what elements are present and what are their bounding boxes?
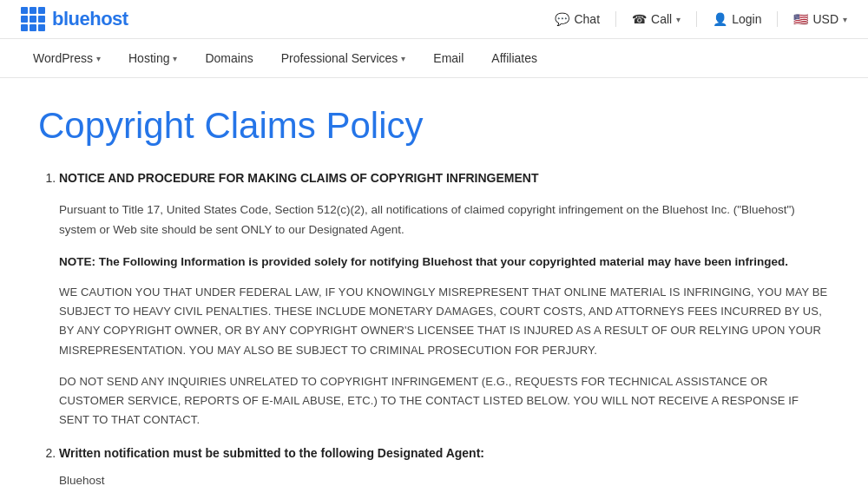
nav-label-professional-services: Professional Services xyxy=(281,51,398,65)
main-content: Copyright Claims Policy NOTICE AND PROCE… xyxy=(17,78,851,486)
chat-label: Chat xyxy=(574,12,600,26)
section-2-heading: Written notification must be submitted t… xyxy=(59,443,830,463)
nav-item-domains[interactable]: Domains xyxy=(193,39,265,77)
hosting-chevron-icon: ▾ xyxy=(173,54,177,63)
nav-item-email[interactable]: Email xyxy=(421,39,476,77)
divider2 xyxy=(696,11,697,27)
section-1-warning: WE CAUTION YOU THAT UNDER FEDERAL LAW, I… xyxy=(59,283,830,359)
top-actions: 💬 Chat ☎ Call ▾ 👤 Login 🇺🇸 USD ▾ xyxy=(555,11,847,27)
call-label: Call xyxy=(651,12,672,26)
call-chevron-icon: ▾ xyxy=(676,15,681,24)
section-2: Written notification must be submitted t… xyxy=(59,443,830,486)
professional-services-chevron-icon: ▾ xyxy=(401,54,405,63)
section-1-body1: Pursuant to Title 17, United States Code… xyxy=(59,200,830,240)
section-2-subtext: Bluehost xyxy=(59,471,830,486)
nav-item-wordpress[interactable]: WordPress ▾ xyxy=(21,39,113,77)
nav-item-affiliates[interactable]: Affiliates xyxy=(479,39,549,77)
logo-area: bluehost xyxy=(21,7,128,31)
nav-item-hosting[interactable]: Hosting ▾ xyxy=(116,39,189,77)
login-label: Login xyxy=(732,12,761,26)
nav-label-affiliates: Affiliates xyxy=(491,51,537,65)
user-icon: 👤 xyxy=(713,12,727,26)
divider xyxy=(615,11,616,27)
main-nav: WordPress ▾ Hosting ▾ Domains Profession… xyxy=(0,39,868,78)
call-icon: ☎ xyxy=(632,12,647,26)
logo-text: bluehost xyxy=(52,8,128,30)
flag-icon: 🇺🇸 xyxy=(793,12,808,26)
section-1-note: NOTE: The Following Information is provi… xyxy=(59,253,830,272)
nav-label-domains: Domains xyxy=(205,51,253,65)
call-button[interactable]: ☎ Call ▾ xyxy=(632,12,681,26)
wordpress-chevron-icon: ▾ xyxy=(96,54,101,63)
logo-grid-icon xyxy=(21,7,45,31)
section-1-heading: NOTICE AND PROCEDURE FOR MAKING CLAIMS O… xyxy=(59,168,830,187)
page-title: Copyright Claims Policy xyxy=(38,104,830,148)
nav-label-wordpress: WordPress xyxy=(33,51,93,65)
currency-label: USD xyxy=(812,12,838,26)
top-bar: bluehost 💬 Chat ☎ Call ▾ 👤 Login 🇺🇸 USD … xyxy=(0,0,868,39)
nav-label-email: Email xyxy=(433,51,464,65)
section-1: NOTICE AND PROCEDURE FOR MAKING CLAIMS O… xyxy=(59,168,830,430)
chat-icon: 💬 xyxy=(555,12,569,26)
nav-item-professional-services[interactable]: Professional Services ▾ xyxy=(269,39,418,77)
currency-button[interactable]: 🇺🇸 USD ▾ xyxy=(793,12,847,26)
nav-label-hosting: Hosting xyxy=(128,51,169,65)
currency-chevron-icon: ▾ xyxy=(843,15,847,24)
login-button[interactable]: 👤 Login xyxy=(713,12,761,26)
policy-list: NOTICE AND PROCEDURE FOR MAKING CLAIMS O… xyxy=(38,168,830,486)
divider3 xyxy=(777,11,778,27)
section-1-caution: DO NOT SEND ANY INQUIRIES UNRELATED TO C… xyxy=(59,372,830,430)
chat-button[interactable]: 💬 Chat xyxy=(555,12,600,26)
